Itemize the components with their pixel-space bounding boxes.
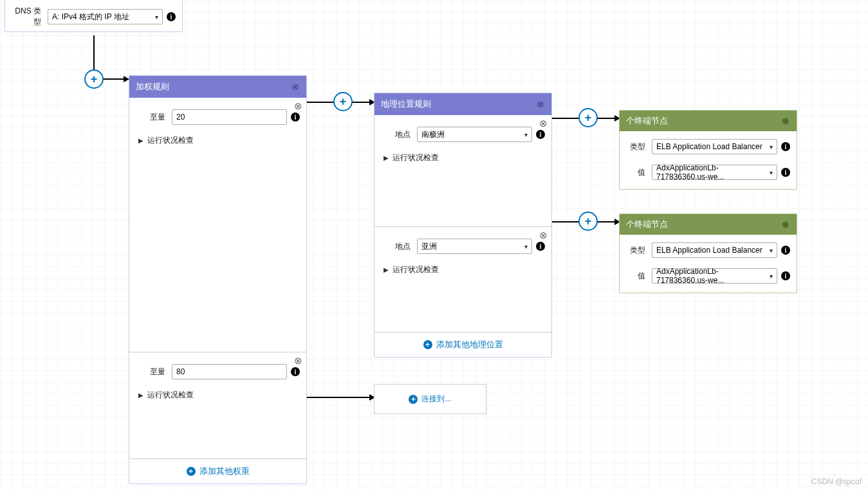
add-weight-button[interactable]: + 添加其他权重	[129, 458, 306, 484]
weighted-rule-header: 加权规则 ⊗	[129, 76, 306, 98]
origin-card: DNS 类型 A: IPv4 格式的 IP 地址 ▾ i	[5, 0, 183, 32]
geo-rule-header: 地理位置规则 ⊗	[374, 93, 551, 115]
close-icon[interactable]: ⊗	[536, 100, 545, 109]
value-select[interactable]: AdxApplicationLb-717836360.us-we... ▾	[652, 165, 777, 180]
weighted-title: 加权规则	[136, 81, 169, 93]
weight-row: 至量 80 i	[129, 352, 306, 383]
value-label: 值	[626, 271, 645, 282]
type-select[interactable]: ELB Application Load Balancer ▾	[652, 139, 777, 154]
triangle-icon: ▶	[383, 154, 389, 161]
close-icon[interactable]: ⊗	[781, 116, 790, 125]
health-check-toggle[interactable]: ▶ 运行状况检查	[129, 383, 306, 407]
connect-to-button[interactable]: + 连接到...	[374, 384, 486, 414]
health-check-toggle[interactable]: ▶ 运行状况检查	[129, 129, 306, 152]
weighted-rule-card: 加权规则 ⊗ ⊗ 至量 20 i ▶ 运行状况检查 ⊗ 至量 80 i ▶	[129, 75, 307, 484]
weighted-block: ⊗ 至量 20 i ▶ 运行状况检查	[129, 98, 306, 352]
geo-block: ⊗ 地点 亚洲 ▾ i ▶ 运行状况检查	[374, 226, 551, 332]
endpoint-header: 个终端节点 ⊗	[620, 214, 797, 235]
triangle-icon: ▶	[383, 266, 389, 273]
connector	[307, 397, 374, 398]
caret-icon: ▾	[770, 143, 773, 150]
type-select[interactable]: ELB Application Load Balancer ▾	[652, 242, 777, 258]
info-icon[interactable]: i	[167, 12, 176, 21]
location-select[interactable]: 亚洲 ▾	[417, 239, 532, 254]
watermark: CSDN @spcof	[811, 477, 862, 486]
add-branch-button[interactable]: +	[333, 92, 353, 111]
type-row: 类型 ELB Application Load Balancer ▾ i	[620, 235, 797, 260]
caret-icon: ▾	[524, 131, 528, 138]
type-label: 类型	[626, 141, 645, 152]
endpoint-title: 个终端节点	[626, 219, 668, 230]
endpoint-card: 个终端节点 ⊗ 类型 ELB Application Load Balancer…	[619, 213, 797, 293]
close-icon[interactable]: ⊗	[781, 220, 790, 229]
info-icon[interactable]: i	[781, 142, 790, 151]
value-row: 值 AdxApplicationLb-717836360.us-we... ▾ …	[620, 260, 797, 293]
geo-rule-card: 地理位置规则 ⊗ ⊗ 地点 南极洲 ▾ i ▶ 运行状况检查 ⊗ 地点 亚洲 ▾…	[374, 93, 552, 358]
location-select[interactable]: 南极洲 ▾	[417, 127, 532, 142]
remove-icon[interactable]: ⊗	[539, 118, 548, 129]
plus-icon: +	[423, 340, 432, 349]
weight-label: 至量	[136, 367, 165, 377]
geo-block: ⊗ 地点 南极洲 ▾ i ▶ 运行状况检查	[374, 115, 551, 226]
caret-icon: ▾	[524, 243, 528, 250]
endpoint-header: 个终端节点 ⊗	[620, 111, 797, 131]
type-label: 类型	[626, 245, 645, 256]
remove-icon[interactable]: ⊗	[294, 355, 302, 367]
endpoint-title: 个终端节点	[626, 115, 668, 127]
info-icon[interactable]: i	[536, 242, 545, 251]
info-icon[interactable]: i	[781, 246, 790, 255]
value-select[interactable]: AdxApplicationLb-717836360.us-we... ▾	[652, 268, 777, 284]
weight-row: 至量 20 i	[129, 98, 306, 129]
info-icon[interactable]: i	[781, 271, 790, 280]
location-row: 地点 南极洲 ▾ i	[374, 115, 551, 146]
value-row: 值 AdxApplicationLb-717836360.us-we... ▾ …	[620, 157, 797, 189]
plus-icon: +	[409, 395, 418, 404]
weight-input[interactable]: 80	[172, 364, 287, 379]
triangle-icon: ▶	[138, 137, 143, 144]
endpoint-card: 个终端节点 ⊗ 类型 ELB Application Load Balancer…	[619, 110, 797, 190]
dns-type-label: DNS 类型	[12, 6, 41, 28]
add-branch-button[interactable]: +	[578, 108, 598, 127]
add-branch-button[interactable]: +	[84, 69, 104, 89]
dns-type-select[interactable]: A: IPv4 格式的 IP 地址 ▾	[48, 9, 163, 24]
weight-input[interactable]: 20	[172, 109, 287, 125]
info-icon[interactable]: i	[781, 168, 790, 177]
dns-type-value: A: IPv4 格式的 IP 地址	[52, 12, 129, 23]
weight-label: 至量	[136, 112, 165, 123]
remove-icon[interactable]: ⊗	[294, 100, 302, 112]
info-icon[interactable]: i	[536, 130, 545, 139]
location-label: 地点	[381, 129, 411, 140]
type-row: 类型 ELB Application Load Balancer ▾ i	[620, 131, 797, 157]
weighted-block: ⊗ 至量 80 i ▶ 运行状况检查	[129, 352, 306, 458]
caret-icon: ▾	[770, 273, 773, 280]
info-icon[interactable]: i	[291, 367, 300, 376]
caret-icon: ▾	[770, 169, 773, 176]
add-location-button[interactable]: + 添加其他地理位置	[374, 332, 551, 357]
health-check-toggle[interactable]: ▶ 运行状况检查	[374, 258, 551, 282]
remove-icon[interactable]: ⊗	[539, 230, 548, 241]
dns-type-row: DNS 类型 A: IPv4 格式的 IP 地址 ▾ i	[5, 0, 182, 32]
add-branch-button[interactable]: +	[578, 212, 598, 231]
location-row: 地点 亚洲 ▾ i	[374, 227, 551, 258]
geo-title: 地理位置规则	[381, 98, 431, 110]
health-check-toggle[interactable]: ▶ 运行状况检查	[374, 146, 551, 170]
close-icon[interactable]: ⊗	[291, 82, 300, 91]
caret-icon: ▾	[155, 14, 158, 21]
plus-icon: +	[187, 467, 196, 476]
location-label: 地点	[381, 241, 411, 252]
caret-icon: ▾	[770, 247, 773, 254]
value-label: 值	[626, 167, 645, 178]
triangle-icon: ▶	[138, 392, 143, 399]
info-icon[interactable]: i	[291, 113, 300, 122]
